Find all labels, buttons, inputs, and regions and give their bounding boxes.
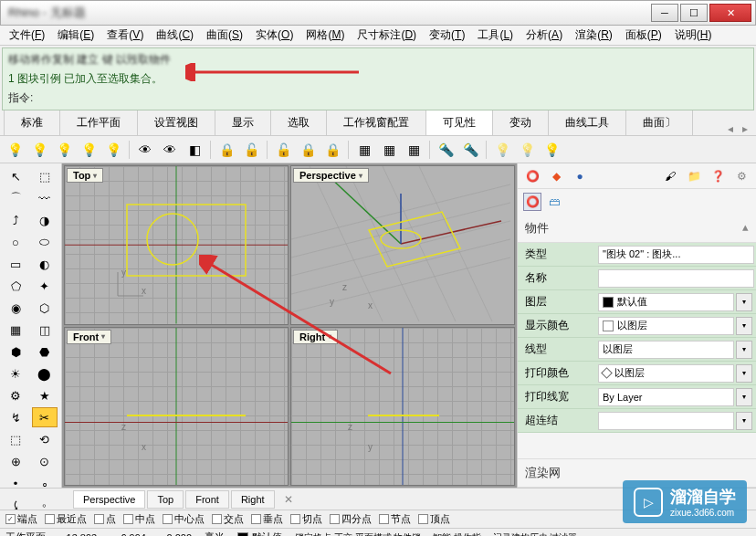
viewtab-perspective[interactable]: Perspective [73,490,145,509]
tool-21-icon[interactable]: ★ [32,385,58,405]
object-props-icon[interactable]: ⭕ [523,193,541,211]
status-modes[interactable]: 锁定格点 正交 平面模式 物件锁… 智能 操作指… 记录建构历史 过滤器 [295,531,577,537]
menu-p[interactable]: 面板(P) [620,26,667,45]
command-prompt[interactable]: 指令: [8,89,748,108]
bulb-off-icon[interactable]: 💡 [4,139,26,161]
prop-value[interactable]: By Layer [598,388,734,406]
grid-2-icon[interactable]: ▦ [378,139,400,161]
tool-25-icon[interactable]: ⟲ [32,429,58,449]
bulb-on-icon[interactable]: 💡 [28,139,50,161]
material-icon[interactable]: 🗃 [545,193,563,211]
bulb-dim-2-icon[interactable]: 💡 [516,139,538,161]
tool-17-icon[interactable]: ⬣ [32,342,58,362]
tool-5-icon[interactable]: ◑ [32,210,58,230]
snap-3[interactable]: 中点 [123,512,155,526]
unlock-icon[interactable]: 🔓 [240,139,262,161]
bulb-icon-3[interactable]: 💡 [102,139,124,161]
viewport-top[interactable]: Top▾ y x [64,165,289,325]
menu-f[interactable]: 文件(F) [4,26,50,45]
tool-10-icon[interactable]: ⬠ [3,276,28,296]
prop-value[interactable]: 以图层 [598,317,734,335]
snap-2[interactable]: 点 [94,512,116,526]
close-button[interactable]: ✕ [709,4,751,22]
prop-dropdown[interactable]: ▾ [736,412,752,430]
tool-14-icon[interactable]: ▦ [3,320,28,340]
snap-9[interactable]: 节点 [379,512,411,526]
tab-8[interactable]: 曲线工具 [548,110,626,135]
prop-value[interactable]: 以图层 [598,341,734,359]
light-disable-icon[interactable]: 🔦 [459,139,481,161]
tool-28-icon[interactable]: • [3,473,28,493]
tool-18-icon[interactable]: ☀ [3,363,28,384]
lock-icon[interactable]: 🔒 [215,139,237,161]
snap-0[interactable]: ✓端点 [5,512,37,526]
menu-c[interactable]: 曲线(C) [151,26,199,45]
tool-27-icon[interactable]: ⊙ [32,451,58,471]
tool-6-icon[interactable]: ○ [3,232,28,252]
isolate-icon[interactable]: ◧ [184,139,205,161]
viewtab-top[interactable]: Top [147,490,184,509]
tab-2[interactable]: 设置视图 [137,110,215,135]
tool-0-icon[interactable]: ↖ [3,166,28,186]
tool-1-icon[interactable]: ⬚ [32,166,58,186]
menu-r[interactable]: 渲染(R) [570,26,618,45]
prop-dropdown[interactable]: ▾ [736,293,752,311]
tab-1[interactable]: 工作平面 [59,110,138,135]
menu-t[interactable]: 变动(T) [424,26,470,45]
lock-sel-icon[interactable]: 🔒 [321,139,343,161]
menu-v[interactable]: 查看(V) [101,26,149,45]
tool-16-icon[interactable]: ⬢ [3,342,28,362]
menu-e[interactable]: 编辑(E) [52,26,100,45]
menu-m[interactable]: 网格(M) [300,26,350,45]
tool-12-icon[interactable]: ◉ [3,298,28,318]
menu-h[interactable]: 说明(H) [669,26,718,45]
tool-23-icon[interactable]: ✂ [32,407,58,427]
viewport-front[interactable]: Front▾ z x [64,327,289,487]
folder-icon[interactable]: 📁 [685,167,703,185]
tool-29-icon[interactable]: ∘ [32,473,58,493]
menu-a[interactable]: 分析(A) [520,26,568,45]
tool-8-icon[interactable]: ▭ [3,254,28,274]
properties-tab-icon[interactable]: ⭕ [523,167,541,185]
snap-5[interactable]: 交点 [212,512,244,526]
prop-value[interactable]: "图块 02" : 图块... [598,246,754,264]
tool-11-icon[interactable]: ✦ [32,276,58,296]
viewport-perspective-label[interactable]: Perspective▾ [293,168,369,183]
brush-icon[interactable]: 🖌 [661,167,679,185]
layers-tab-icon[interactable]: ◆ [547,167,565,185]
prop-dropdown[interactable]: ▾ [736,388,752,406]
command-area[interactable]: 移动将作复制 建立 键 以毁取物件 1 图块引例 已加入至选取集合。 指令: [2,47,754,110]
viewport-top-label[interactable]: Top▾ [67,168,103,183]
snap-6[interactable]: 垂点 [251,512,283,526]
viewport-front-label[interactable]: Front▾ [67,330,111,344]
tool-19-icon[interactable]: ⬤ [32,363,58,384]
tool-26-icon[interactable]: ⊕ [3,451,28,471]
viewport-right-label[interactable]: Right▾ [293,330,338,344]
tool-4-icon[interactable]: ⤴ [3,210,28,230]
tab-3[interactable]: 显示 [215,110,271,135]
tool-20-icon[interactable]: ⚙ [3,385,28,405]
viewtab-add[interactable]: ✕ [277,490,300,509]
bulb-icon[interactable]: 💡 [53,139,75,161]
prop-value[interactable]: 默认值 [598,293,734,311]
menu-d[interactable]: 尺寸标注(D) [352,26,422,45]
maximize-button[interactable]: ☐ [680,4,708,22]
prop-value[interactable] [598,412,734,430]
tab-7[interactable]: 变动 [492,110,549,135]
tool-3-icon[interactable]: 〰 [32,188,58,208]
hide-icon[interactable]: 👁 [134,139,156,161]
bulb-dim-icon[interactable]: 💡 [491,139,513,161]
grid-3-icon[interactable]: ▦ [403,139,425,161]
tab-5[interactable]: 工作视窗配置 [326,110,426,135]
tool-2-icon[interactable]: ⌒ [3,188,28,208]
prop-dropdown[interactable]: ▾ [736,341,752,359]
viewport-perspective[interactable]: Perspective▾ z x y [290,165,515,325]
prop-value[interactable] [598,269,754,288]
snap-8[interactable]: 四分点 [330,512,372,526]
light-off-icon[interactable]: 🔦 [435,139,457,161]
tab-6[interactable]: 可见性 [425,110,493,135]
tool-13-icon[interactable]: ⬡ [32,298,58,318]
status-plane[interactable]: 工作平面 [5,531,46,536]
lock-obj-icon[interactable]: 🔒 [297,139,319,161]
prop-dropdown[interactable]: ▾ [736,317,752,335]
